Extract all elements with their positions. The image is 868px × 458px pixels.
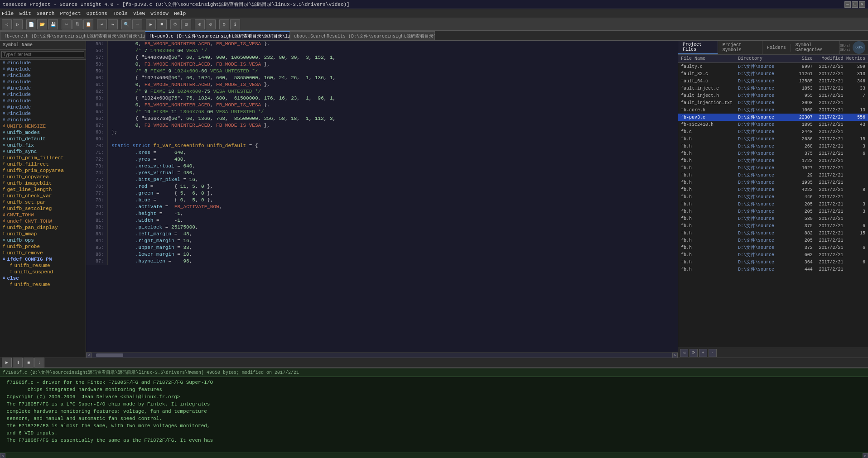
symbol-item[interactable]: funifb_prim_copyarea	[0, 167, 86, 174]
file-row[interactable]: fb.h D:\文件\source 364 2017/2/21 6	[678, 258, 868, 266]
symbol-item[interactable]: dCNVT_TOHW	[0, 212, 86, 218]
tb-search[interactable]: 🔍	[121, 19, 131, 29]
line-code[interactable]: .yres_virtual = 480,	[108, 170, 195, 177]
code-area[interactable]: 55: 0, FB_VMODE_NONINTERLACED, FB_MODE_I…	[86, 41, 678, 352]
code-editor[interactable]: 55: 0, FB_VMODE_NONINTERLACED, FB_MODE_I…	[86, 41, 678, 358]
symbol-item[interactable]: #else	[0, 275, 86, 281]
file-row[interactable]: fb.c D:\文件\source 2448 2017/2/21	[678, 128, 868, 135]
symbol-item[interactable]: funifb_fillrect	[0, 161, 86, 167]
line-code[interactable]: .lower_margin = 10,	[108, 251, 192, 258]
menu-help[interactable]: Help	[174, 11, 186, 16]
menu-edit[interactable]: Edit	[19, 11, 31, 16]
symbol-item[interactable]: funifb_remove	[0, 250, 86, 256]
line-code[interactable]: /* 9 FIXME 10 1024x600-75 VESA UNTESTED …	[108, 88, 261, 95]
line-code[interactable]: { "1440x900@60", 60, 1440, 900, 10650000…	[108, 54, 336, 61]
tb-expand[interactable]: ⊕	[195, 19, 205, 29]
bt-step[interactable]: ↓	[34, 358, 44, 367]
file-row[interactable]: fb.h D:\文件\source 602 2017/2/21	[678, 251, 868, 258]
bottom-code-area[interactable]: f71805f.c - driver for the Fintek F71805…	[0, 377, 868, 453]
symbol-item[interactable]: ##include	[0, 104, 86, 110]
tb-open[interactable]: 📂	[37, 19, 47, 29]
symbol-item[interactable]: dundef CNVT_TOHW	[0, 218, 86, 224]
menu-window[interactable]: Window	[150, 11, 169, 16]
rp-back-icon[interactable]: ◁	[680, 349, 688, 357]
rtab-project-files[interactable]: Project Files	[678, 41, 718, 54]
symbol-item[interactable]: funifb_mmap	[0, 231, 86, 237]
line-code[interactable]: 0, FB_VMODE_NONINTERLACED, FB_MODE_IS_VE…	[108, 102, 270, 109]
file-row[interactable]: fb.h D:\文件\source 444 2017/2/21	[678, 266, 868, 273]
line-code[interactable]: .right_margin = 16,	[108, 238, 192, 244]
file-row[interactable]: fb.h D:\文件\source 530 2017/2/21	[678, 215, 868, 222]
file-row[interactable]: fb.h D:\文件\source 375 2017/2/21 6	[678, 150, 868, 157]
tb-back[interactable]: ◁	[2, 19, 12, 29]
tb-paste[interactable]: 📋	[83, 19, 93, 29]
menu-options[interactable]: Options	[87, 11, 107, 16]
tb-save[interactable]: 💾	[48, 19, 58, 29]
tb-info[interactable]: ℹ	[230, 19, 240, 29]
file-row[interactable]: fb.h D:\文件\source 375 2017/2/21 6	[678, 222, 868, 229]
bt-pause[interactable]: ⏸	[13, 358, 23, 367]
symbol-item[interactable]: funifb_setcolreg	[0, 205, 86, 212]
tab-uboot[interactable]: uboot.SearchResults (D:\文件\sourceinsight…	[290, 31, 435, 40]
rtab-folders[interactable]: Folders	[762, 44, 791, 52]
symbol-item[interactable]: funifb_imageblit	[0, 180, 86, 186]
bottom-h-scrollbar[interactable]	[5, 453, 863, 458]
line-code[interactable]: .yres = 480,	[108, 156, 186, 163]
bt-play[interactable]: ▶	[2, 358, 12, 367]
tab-fbcore[interactable]: fb-core.h (D:\文件\sourceinsight源码查看目录\源码目…	[0, 31, 145, 40]
symbol-item[interactable]: funifb_suspend	[0, 269, 86, 275]
file-row[interactable]: fb.h D:\文件\source 1935 2017/2/21	[678, 179, 868, 186]
file-row[interactable]: fb-s3c2410.h D:\文件\source 1895 2017/2/21…	[678, 121, 868, 128]
line-code[interactable]: /* 10 FIXME 11 1366x768-60 VESA UNTESTED…	[108, 109, 264, 115]
scroll-right[interactable]: ▷	[672, 353, 678, 358]
symbol-item[interactable]: funifb_prim_fillrect	[0, 155, 86, 161]
tb-cut[interactable]: ✂	[62, 19, 72, 29]
line-code[interactable]: };	[108, 129, 117, 136]
file-row[interactable]: fault_inject.c D:\文件\source 1853 2017/2/…	[678, 85, 868, 92]
tb-new[interactable]: 📄	[26, 19, 36, 29]
line-code[interactable]: .bits_per_pixel = 16,	[108, 177, 198, 183]
bt-stop-b[interactable]: ■	[24, 358, 34, 367]
file-row[interactable]: fb.h D:\文件\source 205 2017/2/21 3	[678, 208, 868, 215]
line-code[interactable]: .left_margin = 48,	[108, 231, 192, 238]
symbol-item[interactable]: vunifb_sync	[0, 148, 86, 155]
line-code[interactable]: /* 7 1440x900-60 VESA */	[108, 48, 207, 54]
symbol-item[interactable]: ##include	[0, 79, 86, 85]
tb-ref[interactable]: ⊞	[181, 19, 191, 29]
file-row[interactable]: fault_32.c D:\文件\source 11261 2017/2/21 …	[678, 70, 868, 77]
rtab-project-symbols[interactable]: Project Symbols	[718, 41, 762, 54]
tb-collapse[interactable]: ⊖	[206, 19, 216, 29]
symbol-item[interactable]: ##include	[0, 72, 86, 79]
rtab-symbol-categories[interactable]: Symbol Categories	[791, 41, 840, 54]
line-code[interactable]: .hsync_len = 96,	[108, 258, 192, 265]
file-row[interactable]: fb.h D:\文件\source 446 2017/2/21	[678, 193, 868, 200]
line-code[interactable]: .red = { 11, 5, 0 },	[108, 183, 213, 190]
file-row[interactable]: fb.h D:\文件\source 4222 2017/2/21 8	[678, 186, 868, 193]
menu-search[interactable]: Search	[37, 11, 55, 16]
line-code[interactable]: .xres_virtual = 640,	[108, 163, 195, 170]
symbol-item[interactable]: ##include	[0, 117, 86, 123]
line-code[interactable]: .activate = FB_ACTIVATE_NOW,	[108, 204, 222, 210]
symbol-item[interactable]: funifb_set_par	[0, 199, 86, 205]
line-code[interactable]: { "1024x600@60", 60, 1024, 600, 58650000…	[108, 75, 336, 81]
tb-settings[interactable]: ⚙	[219, 19, 229, 29]
line-code[interactable]: .upper_margin = 33,	[108, 244, 192, 251]
line-code[interactable]: 0, FB_VMODE_NONINTERLACED, FB_MODE_IS_VE…	[108, 81, 270, 88]
menu-file[interactable]: File	[2, 11, 14, 16]
file-row[interactable]: fb.h D:\文件\source 205 2017/2/21	[678, 237, 868, 244]
symbol-item[interactable]: funifb_probe	[0, 243, 86, 250]
file-row[interactable]: fb.h D:\文件\source 268 2017/2/21 3	[678, 143, 868, 150]
rp-remove-icon[interactable]: -	[709, 349, 717, 357]
tb-forward[interactable]: ▷	[13, 19, 23, 29]
file-row[interactable]: fb.h D:\文件\source 1027 2017/2/21	[678, 164, 868, 172]
symbol-item[interactable]: dUNIFB_MEMSIZE	[0, 123, 86, 129]
tb-copy[interactable]: ⎘	[72, 19, 82, 29]
scroll-left[interactable]: ◁	[86, 353, 92, 358]
symbol-item[interactable]: ##include	[0, 91, 86, 98]
symbol-item[interactable]: funifb_pan_display	[0, 224, 86, 231]
symbol-item[interactable]: funifb_copyarea	[0, 174, 86, 180]
file-row[interactable]: fb.h D:\文件\source 29 2017/2/21	[678, 172, 868, 179]
file-row[interactable]: faulty.c D:\文件\source 8997 2017/2/21 209	[678, 63, 868, 70]
symbol-item[interactable]: #ifdef CONFIG_PM	[0, 256, 86, 262]
bottom-scroll-left[interactable]: ◁	[0, 453, 5, 458]
